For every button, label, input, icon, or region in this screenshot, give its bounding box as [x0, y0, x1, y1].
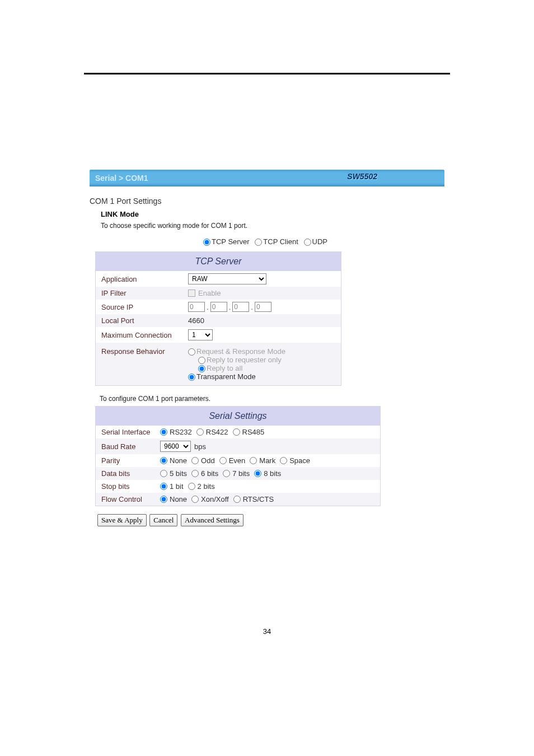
label-application: Application [101, 275, 188, 283]
label-transparent: Transparent Mode [196, 372, 256, 381]
radio-transparent[interactable] [188, 374, 195, 381]
radio-rs232[interactable] [160, 428, 167, 436]
radio-parity-none[interactable] [160, 457, 167, 464]
radio-1bit[interactable] [160, 483, 167, 490]
row-stopbits: Stop bits 1 bit 2 bits [96, 480, 380, 493]
row-sourceip: Source IP . . . [96, 300, 341, 314]
row-parity: Parity None Odd Even Mark Space [96, 454, 380, 467]
label-rs232: RS232 [170, 428, 192, 436]
radio-flow-rts[interactable] [233, 496, 241, 503]
value-localport: 4660 [188, 316, 335, 325]
select-application[interactable]: RAW [188, 273, 266, 284]
serial-panel-title: Serial Settings [96, 407, 380, 426]
radio-udp-label: UDP [312, 237, 327, 246]
radio-7bits[interactable] [223, 470, 230, 477]
radio-flow-none[interactable] [160, 496, 167, 503]
label-parity-mark: Mark [259, 456, 275, 465]
row-response: Response Behavior Request & Response Mod… [96, 343, 341, 385]
radio-tcp-server[interactable] [203, 239, 210, 246]
link-mode-radios: TCP Server TCP Client UDP [90, 237, 444, 246]
radio-8bits[interactable] [254, 470, 261, 477]
radio-tcp-client-label: TCP Client [263, 237, 298, 246]
breadcrumb: Serial > COM1 [95, 174, 148, 183]
row-flow: Flow Control None Xon/Xoff RTS/CTS [96, 493, 380, 506]
ip-sep: . [206, 303, 209, 311]
row-baud: Baud Rate 9600 bps [96, 438, 380, 454]
radio-reply-all[interactable] [198, 365, 205, 372]
label-ipfilter: IP Filter [101, 289, 188, 297]
radio-tcp-client[interactable] [255, 239, 262, 246]
label-parity: Parity [101, 456, 160, 465]
page-number: 34 [0, 627, 534, 636]
label-parity-even: Even [229, 456, 246, 465]
serial-helper: To configure COM 1 port parameters. [100, 395, 444, 403]
label-2bits: 2 bits [198, 482, 215, 491]
label-flow: Flow Control [101, 495, 160, 503]
label-request-response: Request & Response Mode [196, 347, 285, 356]
link-mode-helper: To choose specific working mode for COM … [101, 222, 444, 230]
label-parity-space: Space [289, 456, 310, 465]
radio-tcp-server-label: TCP Server [212, 237, 250, 246]
link-mode-heading: LINK Mode [101, 210, 444, 218]
cancel-button[interactable]: Cancel [149, 514, 177, 526]
input-ip-octet-3[interactable] [232, 302, 249, 312]
radio-6bits[interactable] [191, 470, 199, 477]
input-ip-octet-2[interactable] [210, 302, 227, 312]
ip-sep: . [250, 303, 254, 311]
section-title: COM 1 Port Settings [90, 197, 444, 206]
label-stopbits: Stop bits [101, 482, 160, 491]
save-apply-button[interactable]: Save & Apply [97, 514, 147, 526]
row-databits: Data bits 5 bits 6 bits 7 bits 8 bits [96, 467, 380, 480]
tcp-server-panel: TCP Server Application RAW IP Filter Ena… [95, 251, 341, 386]
row-maxconn: Maximum Connection 1 [96, 327, 341, 343]
row-ipfilter: IP Filter Enable [96, 287, 341, 300]
radio-rs422[interactable] [196, 428, 204, 436]
label-databits: Data bits [101, 469, 160, 478]
page-top-rule [84, 73, 450, 74]
label-6bits: 6 bits [201, 469, 218, 478]
radio-parity-space[interactable] [280, 457, 287, 464]
label-maxconn: Maximum Connection [101, 331, 188, 339]
label-serial-interface: Serial Interface [101, 428, 160, 436]
radio-5bits[interactable] [160, 470, 167, 477]
content-area: Serial > COM1 SW5502 COM 1 Port Settings… [90, 170, 444, 526]
radio-request-response[interactable] [188, 348, 195, 356]
label-1bit: 1 bit [170, 482, 184, 491]
label-baud-unit: bps [194, 442, 206, 451]
label-rs485: RS485 [242, 428, 265, 436]
radio-flow-xon[interactable] [191, 496, 199, 503]
select-baud[interactable]: 9600 [160, 441, 191, 452]
radio-udp[interactable] [304, 239, 311, 246]
label-rs422: RS422 [206, 428, 228, 436]
select-maxconn[interactable]: 1 [188, 329, 213, 340]
tcp-server-panel-title: TCP Server [96, 252, 341, 271]
label-parity-odd: Odd [201, 456, 215, 465]
label-reply-all: Reply to all [207, 364, 242, 372]
label-5bits: 5 bits [170, 469, 187, 478]
label-baud: Baud Rate [101, 442, 160, 451]
row-localport: Local Port 4660 [96, 314, 341, 327]
device-model: SW5502 [347, 172, 377, 181]
radio-reply-requester[interactable] [198, 357, 205, 364]
label-7bits: 7 bits [232, 469, 250, 478]
label-parity-none: None [170, 456, 187, 465]
radio-parity-odd[interactable] [191, 457, 199, 464]
row-serial-interface: Serial Interface RS232 RS422 RS485 [96, 426, 380, 438]
radio-rs485[interactable] [233, 428, 240, 436]
radio-parity-mark[interactable] [250, 457, 257, 464]
label-flow-rts: RTS/CTS [243, 495, 274, 503]
input-ip-octet-1[interactable] [188, 302, 205, 312]
label-reply-requester: Reply to requester only [207, 356, 282, 364]
ip-sep: . [228, 303, 232, 311]
label-8bits: 8 bits [264, 469, 281, 478]
label-flow-xon: Xon/Xoff [201, 495, 229, 503]
label-flow-none: None [170, 495, 187, 503]
row-application: Application RAW [96, 271, 341, 287]
input-ip-octet-4[interactable] [255, 302, 271, 312]
checkbox-ipfilter[interactable] [188, 290, 195, 297]
radio-parity-even[interactable] [219, 457, 227, 464]
radio-2bits[interactable] [188, 483, 195, 490]
label-ipfilter-enable: Enable [198, 289, 221, 297]
advanced-settings-button[interactable]: Advanced Settings [181, 514, 243, 526]
label-response: Response Behavior [101, 347, 188, 356]
